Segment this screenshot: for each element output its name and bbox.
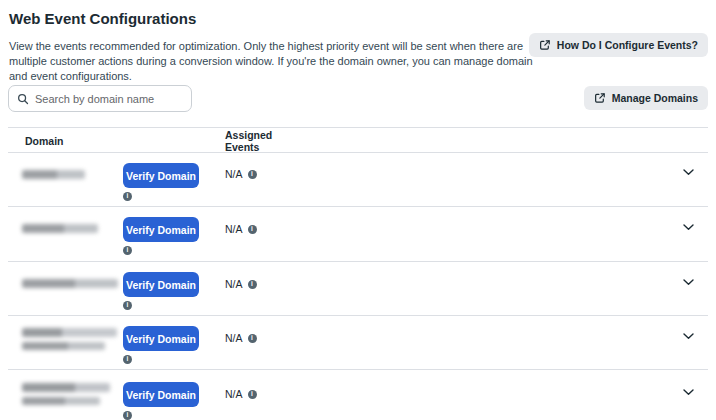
domain-name-redacted: [22, 328, 117, 337]
manage-domains-button[interactable]: Manage Domains: [584, 86, 708, 110]
chevron-down-icon[interactable]: [683, 389, 694, 396]
assigned-events-value: N/A: [225, 278, 243, 290]
domain-name-redacted: [22, 224, 98, 233]
help-button-label: How Do I Configure Events?: [557, 39, 698, 51]
verify-domain-button[interactable]: Verify Domain: [123, 272, 199, 297]
verify-domain-button[interactable]: Verify Domain: [123, 163, 199, 188]
assigned-events-cell: N/A i: [225, 278, 257, 290]
assigned-events-value: N/A: [225, 223, 243, 235]
info-icon[interactable]: i: [123, 301, 132, 310]
table-row: Verify Domain i N/A i: [8, 262, 708, 316]
domain-name-redacted: [22, 383, 110, 392]
web-event-configurations-page: Web Event Configurations How Do I Config…: [0, 0, 716, 420]
assigned-events-value: N/A: [225, 168, 243, 180]
info-icon[interactable]: i: [123, 192, 132, 201]
assigned-events-cell: N/A i: [225, 388, 257, 400]
assigned-events-value: N/A: [225, 332, 243, 344]
info-icon[interactable]: i: [248, 225, 257, 234]
search-box: [8, 85, 192, 112]
domain-name-redacted: [22, 397, 100, 405]
assigned-events-cell: N/A i: [225, 332, 257, 344]
assigned-events-cell: N/A i: [225, 223, 257, 235]
table-row: Verify Domain i N/A i: [8, 207, 708, 262]
verify-domain-button[interactable]: Verify Domain: [123, 382, 199, 407]
table-row: Verify Domain i N/A i: [8, 152, 708, 207]
assigned-events-cell: N/A i: [225, 168, 257, 180]
info-icon[interactable]: i: [248, 170, 257, 179]
external-link-icon: [594, 92, 606, 104]
table-row: Verify Domain i N/A i: [8, 370, 708, 420]
page-title: Web Event Configurations: [9, 10, 196, 27]
search-input[interactable]: [35, 93, 183, 105]
verify-domain-button[interactable]: Verify Domain: [123, 217, 199, 242]
chevron-down-icon[interactable]: [683, 279, 694, 286]
table-row: Verify Domain i N/A i: [8, 316, 708, 370]
info-icon[interactable]: i: [248, 334, 257, 343]
verify-domain-button[interactable]: Verify Domain: [123, 326, 199, 351]
column-header-assigned-events: Assigned Events: [225, 129, 277, 153]
chevron-down-icon[interactable]: [683, 224, 694, 231]
info-icon[interactable]: i: [123, 246, 132, 255]
info-icon[interactable]: i: [248, 390, 257, 399]
info-icon[interactable]: i: [123, 411, 132, 420]
chevron-down-icon[interactable]: [683, 333, 694, 340]
domain-name-redacted: [22, 279, 118, 288]
page-description: View the events recommended for optimiza…: [9, 39, 554, 84]
info-icon[interactable]: i: [123, 355, 132, 364]
search-icon: [17, 93, 29, 105]
domain-name-redacted: [22, 342, 105, 350]
domain-name-redacted: [22, 170, 85, 179]
how-do-i-configure-events-button[interactable]: How Do I Configure Events?: [529, 33, 708, 57]
info-icon[interactable]: i: [248, 280, 257, 289]
assigned-events-value: N/A: [225, 388, 243, 400]
chevron-down-icon[interactable]: [683, 169, 694, 176]
column-header-domain: Domain: [25, 135, 64, 147]
table-header: Domain Assigned Events: [8, 127, 708, 153]
manage-domains-label: Manage Domains: [612, 92, 698, 104]
